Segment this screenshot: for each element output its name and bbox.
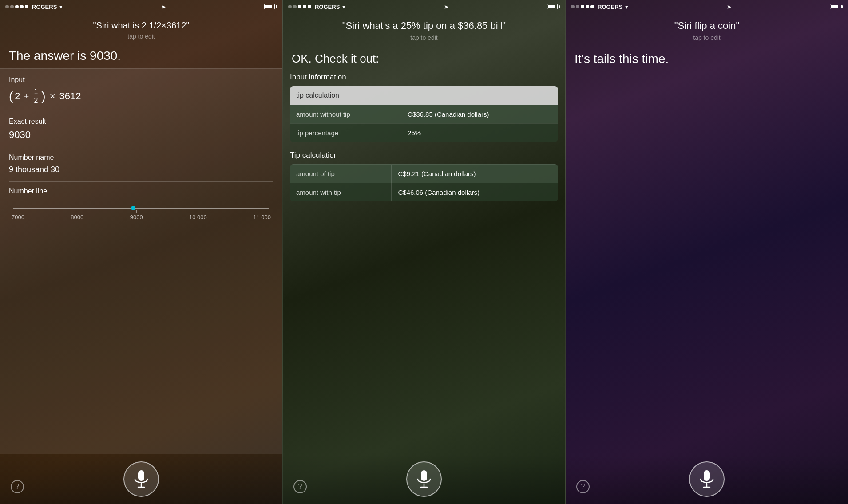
tick-11000: 11 000 — [253, 210, 271, 220]
tick-line-4 — [198, 210, 198, 213]
query-text-1: "Siri what is 2 1/2×3612" — [9, 20, 273, 31]
signal-dot-2 — [10, 5, 14, 8]
number-3612: 3612 — [59, 91, 81, 102]
tap-to-edit-1[interactable]: tap to edit — [9, 33, 273, 40]
query-section-1[interactable]: "Siri what is 2 1/2×3612" tap to edit — [0, 12, 282, 45]
exact-result-section: Exact result 9030 — [9, 112, 273, 141]
status-dots-2 — [288, 5, 311, 8]
number-line-label: Number line — [9, 187, 273, 195]
tip-calc-table: amount of tip C$9.21 (Canadian dollars) … — [290, 164, 558, 201]
tip-cell-value-2: C$46.06 (Canadian dollars) — [392, 183, 558, 201]
number-2: 2 — [15, 91, 20, 102]
panel-tip: ROGERS ▾ ➤ "Siri what's a 25% tip on a $… — [282, 0, 566, 504]
help-icon-2: ? — [298, 483, 302, 491]
battery-tip-1 — [276, 5, 277, 8]
battery-3 — [830, 4, 843, 9]
tick-line-1 — [18, 210, 18, 213]
battery-2 — [547, 4, 560, 9]
query-text-2: "Siri what's a 25% tip on a $36.85 bill" — [292, 20, 556, 32]
input-cell-value-1: C$36.85 (Canadian dollars) — [401, 105, 558, 123]
tick-label-8000: 8000 — [71, 214, 83, 220]
query-section-3[interactable]: "Siri flip a coin" tap to edit — [566, 12, 848, 47]
tap-to-edit-3[interactable]: tap to edit — [575, 34, 839, 41]
table-header-cell: tip calculation — [290, 86, 558, 105]
wifi-icon-2: ▾ — [342, 4, 345, 10]
help-button-1[interactable]: ? — [11, 480, 24, 493]
mic-button-3[interactable] — [689, 461, 725, 497]
status-right-2 — [547, 4, 560, 9]
status-left-3: ROGERS ▾ — [571, 4, 628, 10]
help-button-2[interactable]: ? — [293, 480, 307, 493]
query-text-3: "Siri flip a coin" — [575, 20, 839, 32]
battery-1 — [264, 4, 277, 9]
input-cell-label-2: tip percentage — [290, 123, 401, 142]
answer-section-1: The answer is 9030. — [0, 45, 282, 68]
tick-label-11000: 11 000 — [253, 214, 271, 220]
battery-body-1 — [264, 4, 275, 9]
carrier-name-3: ROGERS — [598, 4, 622, 10]
tip-main-content: Input information tip calculation amount… — [283, 73, 565, 454]
coin-answer: It's tails this time. — [566, 47, 848, 454]
plus-sign: + — [24, 91, 29, 102]
number-line-ticks: 7000 8000 9000 10 000 — [12, 210, 271, 220]
help-button-3[interactable]: ? — [576, 480, 590, 493]
status-dots-3 — [571, 5, 594, 8]
status-dots-1 — [5, 5, 28, 8]
status-bar-3: ROGERS ▾ ➤ — [566, 0, 848, 12]
svg-rect-6 — [704, 470, 710, 481]
help-icon-3: ? — [581, 483, 585, 491]
mic-icon-3 — [699, 469, 715, 489]
math-expression: ( 2 + 1 2 ) × 3612 — [9, 87, 273, 105]
signal-dot-4 — [20, 5, 24, 8]
mic-icon-2 — [416, 469, 432, 489]
battery-fill-2 — [548, 5, 555, 8]
panel-math: ROGERS ▾ ➤ "Siri what is 2 1/2×3612" tap… — [0, 0, 282, 504]
query-section-2[interactable]: "Siri what's a 25% tip on a $36.85 bill"… — [283, 12, 565, 47]
ok-check-text: OK. Check it out: — [283, 47, 565, 73]
status-right-1 — [264, 4, 277, 9]
panel-coin: ROGERS ▾ ➤ "Siri flip a coin" tap to edi… — [566, 0, 848, 504]
tick-9000: 9000 — [130, 210, 143, 220]
mic-button-2[interactable] — [406, 461, 442, 497]
tip-row-2: amount with tip C$46.06 (Canadian dollar… — [290, 183, 558, 201]
signal-dot3-5 — [590, 5, 594, 8]
mic-area-2: ? — [283, 454, 565, 504]
mic-button-1[interactable] — [123, 461, 159, 497]
tap-to-edit-2[interactable]: tap to edit — [292, 34, 556, 41]
carrier-name-2: ROGERS — [315, 4, 340, 10]
carrier-name-1: ROGERS — [32, 4, 57, 10]
battery-fill-3 — [831, 5, 838, 8]
tip-row-1: amount of tip C$9.21 (Canadian dollars) — [290, 164, 558, 183]
fraction-denominator: 2 — [33, 96, 39, 105]
location-icon-1: ➤ — [161, 4, 166, 10]
number-line-dot — [131, 206, 135, 210]
tick-label-10000: 10 000 — [189, 214, 207, 220]
exact-result-value: 9030 — [9, 129, 273, 141]
signal-dot3-2 — [576, 5, 579, 8]
tip-calc-title: Tip calculation — [290, 151, 558, 160]
status-left-2: ROGERS ▾ — [288, 4, 345, 10]
tick-10000: 10 000 — [189, 210, 207, 220]
status-left-1: ROGERS ▾ — [5, 4, 63, 10]
tick-line-3 — [136, 210, 137, 213]
number-name-label: Number name — [9, 154, 273, 161]
battery-fill-1 — [265, 5, 272, 8]
input-row-1: amount without tip C$36.85 (Canadian dol… — [290, 105, 558, 123]
signal-dot-1 — [5, 5, 9, 8]
signal-dot-3 — [15, 5, 19, 8]
battery-tip-2 — [559, 5, 560, 8]
input-row-2: tip percentage 25% — [290, 123, 558, 142]
signal-dot2-2 — [293, 5, 297, 8]
number-line-container: 7000 8000 9000 10 000 — [9, 199, 273, 225]
tick-label-9000: 9000 — [130, 214, 143, 220]
signal-dot3-4 — [586, 5, 589, 8]
input-label: Input — [9, 76, 273, 84]
table-header-row: tip calculation — [290, 86, 558, 105]
signal-dot2-3 — [298, 5, 301, 8]
signal-dot3-3 — [581, 5, 584, 8]
status-bar-2: ROGERS ▾ ➤ — [283, 0, 565, 12]
signal-dot-5 — [25, 5, 28, 8]
tip-cell-label-1: amount of tip — [290, 164, 392, 183]
location-icon-2: ➤ — [444, 4, 449, 10]
fraction-half: 1 2 — [33, 87, 39, 105]
